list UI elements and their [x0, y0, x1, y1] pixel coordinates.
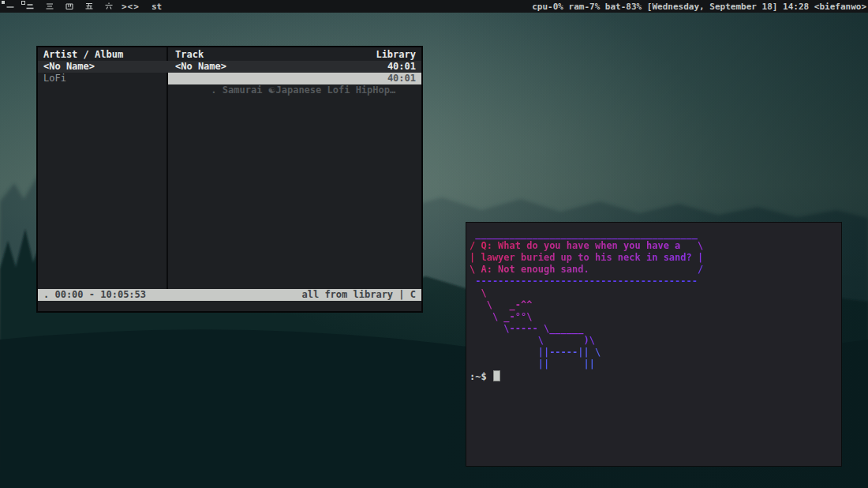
column-header-library: Library — [376, 49, 416, 61]
layout-symbol[interactable]: ><> — [122, 2, 140, 12]
column-header-artist-album: Artist / Album — [43, 49, 123, 61]
playback-position: . 00:00 - 10:05:53 — [43, 289, 146, 301]
tag-1-glyph-icon — [6, 2, 15, 11]
terminal-output-line: \ — [470, 287, 487, 299]
column-header-track: Track — [175, 49, 204, 61]
tag-2[interactable] — [20, 0, 39, 13]
command-line[interactable] — [38, 301, 421, 311]
tag-4-glyph-icon — [65, 2, 74, 11]
track-title: <No Name> — [175, 61, 226, 73]
terminal-output-line: ||-----|| \ — [470, 347, 600, 358]
terminal-output: _______________________________________/… — [470, 228, 838, 370]
terminal-prompt-line[interactable]: :~$ — [470, 370, 838, 383]
status-bar: ><> st cpu-0% ram-7% bat-83% [Wednesday,… — [0, 0, 868, 13]
tag-6-glyph-icon — [104, 2, 114, 11]
track-duration: 40:01 — [387, 61, 416, 73]
track-prefix: . Samurai — [211, 84, 268, 96]
system-status-text: cpu-0% ram-7% bat-83% [Wednesday, Septem… — [532, 2, 868, 12]
album-row-lofi[interactable]: LoFi . Samurai ☯Japanese Lofi HipHop… 40… — [38, 73, 421, 84]
terminal-output-line: \ )\ — [470, 335, 595, 347]
tag-5[interactable] — [79, 0, 99, 13]
player-status-bar: . 00:00 - 10:05:53 all from library | C — [38, 289, 421, 301]
music-player-window: Artist / Album Track Library <No Name> <… — [36, 46, 423, 313]
artist-album-label: <No Name> — [43, 61, 95, 73]
terminal-cursor — [493, 370, 500, 381]
tag-3-glyph-icon — [45, 2, 54, 11]
tag-4[interactable] — [59, 0, 79, 13]
terminal-output-line: | lawyer buried up to his neck in sand? … — [470, 252, 703, 264]
tag-5-glyph-icon — [84, 2, 94, 11]
tag-2-client-indicator — [21, 1, 25, 5]
album-row-no-name[interactable]: <No Name> <No Name> 40:01 — [38, 61, 421, 73]
yin-yang-icon: ☯ — [268, 85, 276, 96]
terminal-output-line: \----- \______ — [470, 323, 584, 335]
terminal-output-line: || || — [470, 358, 595, 370]
track-duration: 40:01 — [387, 73, 416, 84]
playback-mode: all from library | C — [302, 289, 417, 301]
track-title: Japanese Lofi HipHop… — [275, 84, 395, 96]
tag-6[interactable] — [99, 0, 118, 13]
focused-window-title: st — [152, 2, 162, 12]
shell-prompt: :~$ — [470, 371, 492, 382]
terminal-output-line: \ _-^^ — [470, 299, 532, 311]
terminal-output-line: \ A: Not enough sand. / — [470, 264, 703, 276]
tag-1[interactable] — [0, 0, 20, 13]
terminal-output-line: / Q: What do you have when you have a \ — [470, 240, 703, 252]
tag-3[interactable] — [39, 0, 59, 13]
terminal-output-line: \ _-°°\ — [470, 311, 532, 323]
column-headers: Artist / Album Track Library — [38, 49, 421, 61]
tag-2-glyph-icon — [25, 2, 35, 11]
artist-album-label: LoFi — [43, 73, 66, 84]
terminal-window[interactable]: _______________________________________/… — [466, 222, 842, 467]
tag-1-client-indicator — [2, 1, 5, 4]
selected-track-row[interactable]: . Samurai ☯Japanese Lofi HipHop… 40:01 — [168, 73, 421, 84]
terminal-output-line: _______________________________________ — [470, 228, 698, 240]
terminal-output-line: --------------------------------------- — [470, 276, 698, 287]
